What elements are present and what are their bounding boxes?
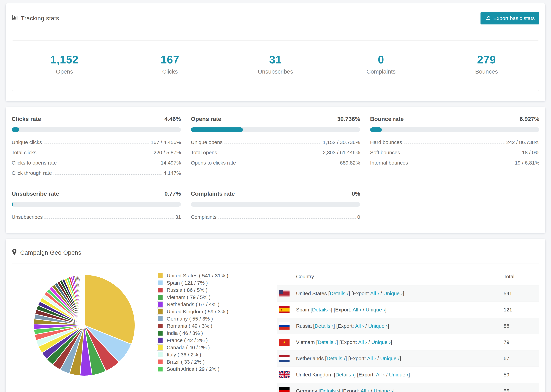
country-name: United States [ (296, 291, 330, 296)
stat-label: Opens (12, 68, 117, 75)
legend-swatch (157, 308, 163, 315)
link-separator: / (364, 323, 368, 329)
country-links: Netherlands [Details ›] [Export: All › /… (296, 356, 401, 361)
country-name: Spain [ (296, 307, 312, 313)
geo-title: Campaign Geo Opens (20, 249, 81, 256)
legend-item-south-africa[interactable]: South Africa ( 29 / 2% ) (157, 366, 277, 372)
details-link[interactable]: Details › (326, 356, 345, 361)
rate-stat-value: 220 / 5.87% (154, 150, 181, 155)
legend-label: Netherlands ( 67 / 4% ) (167, 301, 219, 307)
legend-item-russia[interactable]: Russia ( 86 / 5% ) (157, 287, 277, 293)
legend-swatch (157, 366, 163, 372)
country-links: United States [Details ›] [Export: All ›… (296, 291, 404, 296)
legend-item-netherlands[interactable]: Netherlands ( 67 / 4% ) (157, 301, 277, 308)
legend-item-spain[interactable]: Spain ( 121 / 7% ) (157, 280, 277, 286)
export-all-link[interactable]: All › (370, 291, 379, 296)
legend-item-france[interactable]: France ( 42 / 2% ) (157, 337, 277, 343)
export-unique-link[interactable]: Unique › (383, 291, 403, 296)
rate-value: 0.77% (164, 190, 181, 197)
legend-item-united-kingdom[interactable]: United Kingdom ( 59 / 3% ) (157, 308, 277, 315)
stat-value: 31 (223, 54, 328, 65)
export-unique-link[interactable]: Unique › (371, 339, 391, 345)
legend-label: Italy ( 36 / 2% ) (167, 352, 201, 358)
details-link[interactable]: Details › (320, 388, 339, 392)
rate-value: 0% (352, 190, 360, 197)
rate-stat-value: 14.497% (161, 160, 181, 166)
rate-value: 4.46% (164, 116, 181, 122)
legend-label: Brazil ( 33 / 2% ) (167, 359, 205, 365)
export-suffix: ] (409, 372, 410, 378)
stat-label: Clicks (117, 68, 223, 75)
legend-label: Vietnam ( 79 / 5% ) (167, 294, 211, 300)
export-all-link[interactable]: All › (355, 323, 364, 329)
rate-stat-value: 0 (357, 214, 360, 220)
rate-progress-bar (12, 127, 181, 132)
rate-stat-row: Unique clicks167 / 4.456% (12, 139, 181, 145)
rate-stat-value: 689.82% (340, 160, 360, 166)
legend-item-india[interactable]: India ( 46 / 3% ) (157, 330, 277, 336)
legend-item-brazil[interactable]: Brazil ( 33 / 2% ) (157, 359, 277, 365)
rate-title: Unsubscribe rate (12, 190, 59, 197)
dotted-leader (404, 143, 504, 144)
export-all-link[interactable]: All › (376, 372, 385, 378)
export-suffix: ] (388, 323, 389, 329)
country-name: Vietnam [ (296, 339, 318, 345)
export-all-link[interactable]: All › (360, 388, 369, 392)
legend-swatch (157, 280, 163, 286)
details-link[interactable]: Details › (312, 307, 331, 313)
dotted-leader (218, 218, 356, 219)
export-unique-link[interactable]: Unique › (380, 356, 400, 361)
export-unique-link[interactable]: Unique › (374, 388, 393, 392)
geo-opens-pie-chart (31, 272, 137, 378)
geo-table-header-row: Country Total (277, 268, 539, 286)
legend-item-italy[interactable]: Italy ( 36 / 2% ) (157, 352, 277, 358)
geo-opens-card: Campaign Geo Opens United States ( 541 /… (6, 238, 545, 392)
link-separator: / (361, 307, 366, 313)
rate-stat-label: Click through rate (12, 170, 52, 176)
summary-stat-complaints: 0Complaints (328, 41, 434, 91)
export-all-link[interactable]: All › (358, 339, 367, 345)
details-link[interactable]: Details › (315, 323, 333, 329)
geo-header: Campaign Geo Opens (12, 247, 539, 258)
rate-stat-row: Hard bounces242 / 86.738% (370, 139, 539, 145)
rate-stat-label: Total opens (191, 150, 217, 155)
legend-label: United States ( 541 / 31% ) (167, 273, 228, 279)
geo-table-row-ru: Russia [Details ›] [Export: All › / Uniq… (277, 318, 539, 334)
rate-stat-label: Hard bounces (370, 139, 402, 145)
details-link[interactable]: Details › (335, 372, 354, 378)
stat-value: 167 (117, 54, 223, 65)
legend-item-germany[interactable]: Germany ( 55 / 3% ) (157, 316, 277, 322)
link-separator: / (376, 356, 380, 361)
legend-item-united-states[interactable]: United States ( 541 / 31% ) (157, 273, 277, 279)
export-all-link[interactable]: All › (353, 307, 361, 313)
details-link[interactable]: Details › (318, 339, 336, 345)
dotted-leader (54, 174, 162, 175)
legend-label: Russia ( 86 / 5% ) (167, 287, 207, 293)
rate-stat-label: Internal bounces (370, 160, 408, 166)
export-unique-link[interactable]: Unique › (368, 323, 388, 329)
geo-pie-wrap (12, 268, 157, 392)
rate-stat-row: Unsubscribes31 (12, 214, 181, 220)
rate-stat-row: Unique opens1,152 / 30.736% (191, 139, 360, 145)
rate-progress-fill (370, 127, 382, 132)
export-basic-stats-button[interactable]: Export basic stats (480, 12, 539, 24)
export-unique-link[interactable]: Unique › (366, 307, 385, 313)
legend-swatch (157, 294, 163, 300)
export-prefix: ] [Export: (336, 339, 358, 345)
country-total: 59 (503, 367, 539, 383)
export-unique-link[interactable]: Unique › (389, 372, 409, 378)
details-link[interactable]: Details › (330, 291, 349, 296)
country-links: Germany [Details ›] [Export: All › / Uni… (296, 388, 395, 392)
export-all-link[interactable]: All › (367, 356, 376, 361)
link-separator: / (367, 339, 371, 345)
export-icon (485, 15, 491, 21)
tracking-stats-card: Tracking stats Export basic stats 1,152O… (6, 3, 545, 101)
rate-progress-bar (370, 127, 539, 132)
legend-item-romania[interactable]: Romania ( 49 / 3% ) (157, 323, 277, 329)
rate-section-bounce-rate: Bounce rate6.927%Hard bounces242 / 86.73… (370, 116, 539, 181)
legend-item-vietnam[interactable]: Vietnam ( 79 / 5% ) (157, 294, 277, 300)
legend-item-canada[interactable]: Canada ( 40 / 2% ) (157, 344, 277, 351)
legend-swatch (157, 359, 163, 365)
header-divider (12, 31, 539, 31)
country-name: Netherlands [ (296, 356, 326, 361)
